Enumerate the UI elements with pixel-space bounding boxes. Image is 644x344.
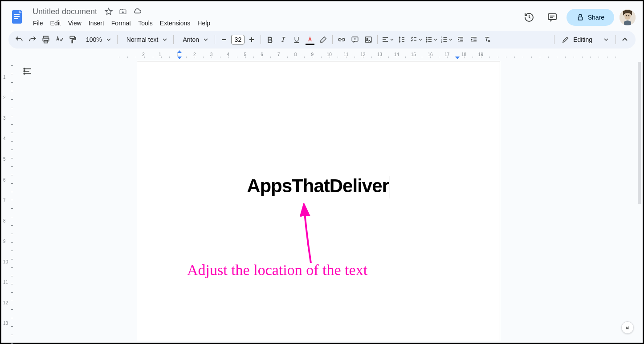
move-icon[interactable] [118,6,128,17]
vertical-scrollbar[interactable] [638,62,641,204]
svg-point-29 [426,39,427,40]
menu-edit[interactable]: Edit [47,18,64,28]
collapse-toolbar-button[interactable] [619,33,631,46]
text-cursor [390,176,390,198]
italic-button[interactable] [277,33,289,46]
font-size-increase[interactable] [245,33,258,46]
menu-help[interactable]: Help [194,18,213,28]
menu-extensions[interactable]: Extensions [157,18,193,28]
svg-rect-15 [70,36,74,39]
avatar[interactable] [620,9,636,25]
editing-mode-button[interactable]: Editing [557,33,613,46]
align-button[interactable] [380,33,395,46]
print-button[interactable] [40,33,52,46]
annotation-arrow [284,203,329,265]
highlight-button[interactable] [317,33,330,46]
svg-rect-3 [14,18,18,19]
menu-tools[interactable]: Tools [135,18,156,28]
svg-rect-4 [548,14,556,20]
document-title[interactable]: Untitled document [30,6,100,17]
svg-rect-7 [578,17,582,20]
chevron-down-icon [105,37,113,42]
cloud-status-icon[interactable] [132,6,143,17]
chevron-down-icon [604,37,608,42]
chevron-down-icon [202,37,210,42]
header-bar: Untitled document File Edit View Insert … [1,1,643,30]
font-size-input[interactable] [231,35,245,45]
svg-line-21 [283,37,284,42]
decrease-indent-button[interactable] [454,33,467,46]
bold-button[interactable] [264,33,276,46]
zoom-dropdown[interactable]: 100% [80,33,114,46]
menu-view[interactable]: View [65,18,85,28]
svg-point-30 [426,41,427,42]
docs-logo[interactable] [8,8,26,26]
vertical-ruler: 12345678910111213 [1,49,16,341]
svg-rect-1 [14,14,20,15]
svg-point-9 [624,12,631,20]
paint-format-button[interactable] [66,33,79,46]
svg-point-28 [426,37,427,38]
style-dropdown[interactable]: Normal text [120,33,171,46]
menu-file[interactable]: File [30,18,46,28]
history-icon[interactable] [520,8,538,26]
svg-point-24 [367,38,368,40]
insert-link-button[interactable] [335,33,348,46]
chevron-down-icon [161,37,169,42]
star-icon[interactable] [103,6,114,17]
insert-comment-button[interactable] [349,33,361,46]
svg-text:3: 3 [441,41,442,44]
checklist-button[interactable] [409,33,423,46]
line-spacing-button[interactable] [395,33,408,46]
explore-fab-button[interactable] [621,321,634,334]
horizontal-ruler[interactable]: 2112345678910111213141516171819 [16,51,643,59]
document-text[interactable]: AppsThatDeliver [169,175,468,198]
clear-formatting-button[interactable] [481,33,493,46]
svg-rect-2 [14,16,20,17]
svg-point-11 [628,15,629,16]
comments-icon[interactable] [543,8,561,26]
increase-indent-button[interactable] [468,33,480,46]
menu-insert[interactable]: Insert [86,18,107,28]
font-size-decrease[interactable] [218,33,230,46]
underline-button[interactable] [290,33,303,46]
document-page[interactable]: AppsThatDeliver Adjust the location of t… [137,61,500,341]
menu-format[interactable]: Format [108,18,134,28]
pencil-icon [562,36,570,44]
text-color-button[interactable] [304,33,316,46]
insert-image-button[interactable] [362,33,375,46]
toolbar: 100% Normal text Anton [8,31,636,49]
svg-point-10 [626,15,627,16]
undo-button[interactable] [13,33,25,46]
menubar: File Edit View Insert Format Tools Exten… [30,18,520,28]
redo-button[interactable] [26,33,39,46]
bulleted-list-button[interactable] [424,33,438,46]
font-dropdown[interactable]: Anton [176,33,212,46]
share-label: Share [588,14,604,21]
spellcheck-button[interactable] [53,33,65,46]
annotation-text: Adjust the location of the text [187,262,367,279]
lock-icon [576,13,584,21]
numbered-list-button[interactable]: 123 [439,33,453,46]
share-button[interactable]: Share [567,9,614,26]
